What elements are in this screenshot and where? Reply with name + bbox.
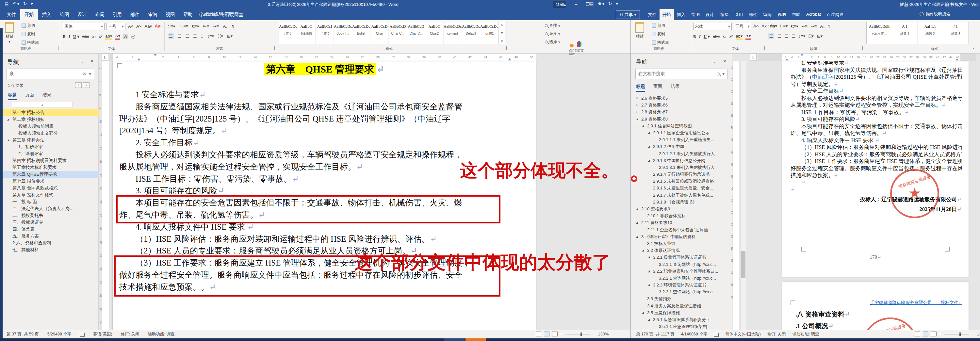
collapse-ribbon-icon[interactable]: ⌃ [972, 48, 975, 52]
nav-heading-item[interactable]: 四、偏差表 [3, 226, 99, 233]
ribbon-tab[interactable]: 邮件 [126, 9, 144, 20]
nav-heading-item[interactable]: 2.9.1.7 未处于被纳入黑名单或... [632, 192, 732, 199]
tab-pages[interactable]: 页面 [25, 92, 34, 100]
clipboard-action[interactable]: 格式刷 [22, 40, 39, 45]
expand-collapse-icon[interactable]: ◢ [636, 219, 638, 226]
nav-heading-item[interactable]: 2.9.1.8 《合规承诺书》 [632, 199, 732, 206]
grow-font-icon[interactable]: A˄ [128, 24, 133, 29]
search-icon[interactable] [717, 73, 720, 75]
collapse-all-strip[interactable]: ▲ [12, 102, 73, 107]
nav-heading-item[interactable]: ◢第二章 投标须知 [3, 116, 99, 123]
ribbon-tab[interactable]: 引用 [732, 9, 746, 20]
ribbon-tab[interactable]: 文件 [3, 9, 20, 20]
align-right-icon[interactable]: ☰ [185, 33, 189, 38]
nav-heading-item[interactable]: 2.9.1.3.1 未列入失信被执行人 [632, 164, 732, 171]
chevron-down-icon[interactable]: ⌄ [713, 59, 716, 64]
ribbon-tab[interactable]: 视图 [161, 9, 179, 20]
language-indicator[interactable]: 简体中文(中国大陆) [725, 331, 760, 337]
redo-icon[interactable]: ↻ [23, 1, 27, 6]
word-count[interactable]: 4/140068 个字 [681, 331, 708, 337]
font-dialog-launcher[interactable] [159, 46, 162, 50]
expand-collapse-icon[interactable]: ◢ [7, 137, 9, 143]
accessibility-indicator[interactable]: 辅助功能: 调查 [148, 331, 175, 337]
increase-indent-icon[interactable]: ⇥≡ [213, 24, 219, 29]
ribbon-tab[interactable]: 设计 [703, 9, 717, 20]
multilevel-list-icon[interactable]: ⑆≡▾ [791, 24, 799, 29]
nav-heading-item[interactable]: 2.10.1 非联合体投标 [632, 212, 732, 219]
style-tile[interactable]: AaBbCcD Char C... [389, 22, 407, 44]
style-tile[interactable]: A 1 标题 1 [892, 22, 918, 44]
expand-collapse-icon[interactable]: ▷ [636, 95, 638, 102]
ribbon-tab[interactable]: 设计 [73, 9, 91, 20]
align-right-icon[interactable]: ☰ [784, 33, 788, 38]
style-tile[interactable]: / 1 标题 3 [943, 22, 969, 44]
expand-collapse-icon[interactable]: ◢ [648, 282, 650, 288]
decrease-indent-icon[interactable]: ⇤≡ [203, 24, 209, 29]
nav-heading-item[interactable]: 五、服务方案 [3, 233, 99, 239]
zoom-in-icon[interactable]: + [593, 331, 595, 336]
nav-heading-item[interactable]: 三、投标保证金 [3, 219, 99, 226]
expand-collapse-icon[interactable]: ▷ [636, 108, 638, 115]
nav-heading-item[interactable]: ◢2.9.1.2 信用中国 [632, 143, 732, 150]
restore-icon[interactable]: ❐ [586, 2, 590, 6]
shrink-font-icon[interactable]: A˅ [136, 24, 142, 29]
zoom-out-icon[interactable]: − [560, 331, 563, 336]
tab-results[interactable]: 结果 [43, 92, 51, 100]
language-indicator[interactable]: 英语(美国) [93, 331, 112, 337]
bullets-icon[interactable]: ∷≡▾ [768, 24, 775, 29]
line-spacing-icon[interactable]: ↕≡▾ [799, 33, 805, 38]
nav-heading-item[interactable]: 第一章 招标公告 [3, 109, 99, 116]
nav-heading-item[interactable]: 3.3 失信扣分 [632, 295, 732, 302]
undo-icon[interactable]: ↶ ▾ [598, 1, 605, 6]
highlight-color-icon[interactable]: ab▾ [105, 33, 112, 40]
expand-collapse-icon[interactable]: ◢ [642, 247, 644, 254]
superscript-icon[interactable]: x² [99, 34, 102, 39]
chevron-down-icon[interactable]: ⌄ [80, 59, 84, 64]
tab-headings[interactable]: 标题 [8, 92, 17, 100]
ribbon-tab[interactable]: 开始 [20, 9, 38, 20]
nav-heading-item[interactable]: 第九章 投标文件格式 [3, 191, 99, 198]
zoom-in-icon[interactable]: + [972, 331, 974, 336]
font-size-combo[interactable]: 三号▾ [107, 23, 126, 30]
style-tile[interactable]: AaBbCcDc content [444, 22, 462, 44]
shrink-font-icon[interactable]: A˅ [762, 24, 767, 29]
nav-heading-item[interactable]: 2.11.1 企业名称中未包含"辽河油... [632, 226, 732, 233]
print-layout-icon[interactable] [923, 331, 928, 336]
expand-collapse-icon[interactable]: ◢ [636, 206, 638, 212]
font-size-combo[interactable]: 五号▾ [734, 23, 751, 30]
page-indicator[interactable]: 第 170 页, 共 1117 页 [636, 331, 675, 337]
nav-heading-item[interactable]: 第八章 合同条款及格式 [3, 185, 99, 191]
italic-icon[interactable]: I [68, 34, 70, 39]
nav-heading-item[interactable]: 3.2.2.1 查询网站（http://cx.c... [632, 275, 732, 282]
clipboard-action[interactable]: 复制 [22, 31, 39, 37]
expand-collapse-icon[interactable]: ◢ [648, 316, 650, 323]
borders-icon[interactable]: ⊞▾ [227, 33, 232, 38]
nav-heading-item[interactable]: 3.5.1.1 应急管理组织架构 [632, 323, 732, 330]
nav-heading-item[interactable]: 2、详细评审 [3, 150, 99, 157]
redo-icon[interactable]: ↻ [608, 1, 612, 6]
hanging-indent-marker[interactable] [137, 58, 140, 61]
nav-heading-item[interactable]: 2.9.1.2.1 未列入失信被执行人 [632, 150, 732, 157]
tab-pages[interactable]: 页面 [653, 84, 662, 92]
nav-heading-item[interactable]: 第四章 招标说明及资料要求 [3, 157, 99, 164]
track-changes-indicator[interactable]: 修订: 关闭 [121, 331, 140, 337]
nav-heading-item[interactable]: ◢第三章 评标办法 [3, 137, 99, 143]
bold-icon[interactable]: B [693, 34, 696, 39]
nav-heading-item[interactable]: 3.4 服务方案及质量保证措施 [632, 303, 732, 309]
web-layout-icon[interactable] [931, 331, 937, 336]
zoom-slider[interactable] [944, 334, 969, 335]
nav-heading-item[interactable]: ◢3.2.3 环境管理体系认证证书 [632, 282, 732, 288]
expand-collapse-icon[interactable]: ◢ [648, 268, 650, 275]
superscript-icon[interactable]: x² [729, 34, 733, 39]
justify-icon[interactable]: ☰ [792, 33, 795, 38]
subscript-icon[interactable]: x₂ [92, 34, 96, 39]
print-layout-icon[interactable] [544, 331, 549, 336]
paste-button[interactable]: 粘贴▾ [5, 22, 14, 44]
ribbon-tab[interactable]: 开始 [660, 9, 674, 20]
expand-collapse-icon[interactable]: ◢ [648, 157, 650, 164]
right-indent-marker[interactable] [508, 58, 511, 61]
save-icon[interactable]: ▤ [590, 1, 593, 6]
editing-action[interactable]: 选择▾ [545, 39, 560, 45]
style-tile[interactable]: AaBbC 1级标题 [297, 22, 315, 44]
style-tile[interactable]: AaBbCcDc Bullet [352, 22, 371, 44]
